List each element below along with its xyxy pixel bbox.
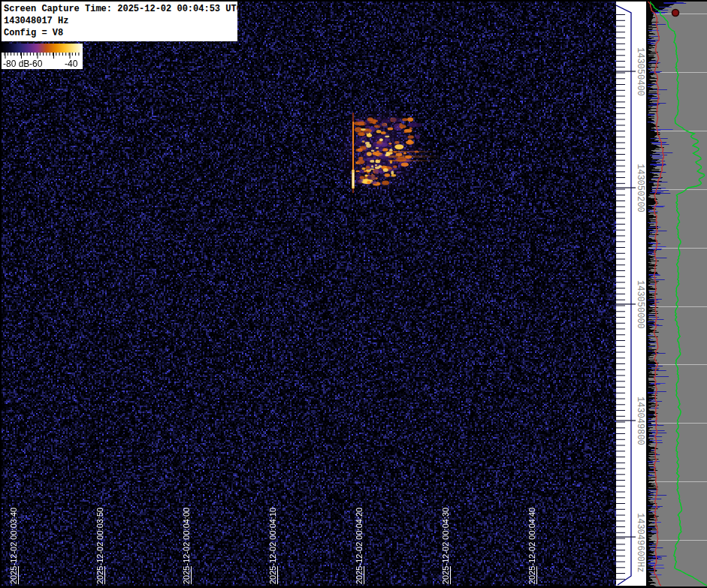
spectrum-side-panel — [646, 2, 707, 586]
center-frequency-text: 143048017 Hz — [4, 15, 236, 27]
config-text: Config = V8 — [4, 27, 236, 39]
time-label: 2025-12-02 00:04:10 — [268, 508, 277, 584]
meteor-echo — [347, 111, 445, 198]
freq-label: 143050200 — [635, 164, 645, 213]
db-label-60: -60 — [29, 59, 42, 69]
freq-label: 143049600 — [635, 513, 645, 562]
db-label-80: -80 dB — [3, 59, 29, 69]
freq-label: 143050400 — [635, 47, 645, 96]
time-label: 2025-12-02 00:03:40 — [9, 508, 18, 584]
waterfall-spectrogram — [2, 2, 616, 586]
freq-label: 143049800 — [635, 397, 645, 445]
db-label-40: -40 — [65, 59, 77, 69]
time-label: 2025-12-02 00:04:20 — [355, 508, 364, 584]
time-label: 2025-12-02 00:04:00 — [182, 508, 191, 584]
time-label: 2025-12-02 00:04:40 — [527, 508, 536, 584]
capture-info-box: Screen Capture Time: 2025-12-02 00:04:53… — [2, 2, 237, 41]
capture-time-text: Screen Capture Time: 2025-12-02 00:04:53… — [4, 3, 236, 15]
amplitude-color-scale: -80 dB -60 -40 — [2, 44, 83, 69]
frequency-axis-strip: 1430504001430502001430500001430498001430… — [616, 2, 646, 586]
spectrum-lab-capture: 2025-12-02 00:03:402025-12-02 00:03:5020… — [0, 0, 707, 588]
freq-unit-label: Hz — [635, 562, 645, 572]
colormap-gradient — [2, 44, 83, 53]
time-label: 2025-12-02 00:03:50 — [95, 508, 104, 584]
freq-label: 143050000 — [635, 280, 645, 329]
time-label: 2025-12-02 00:04:30 — [441, 508, 450, 584]
